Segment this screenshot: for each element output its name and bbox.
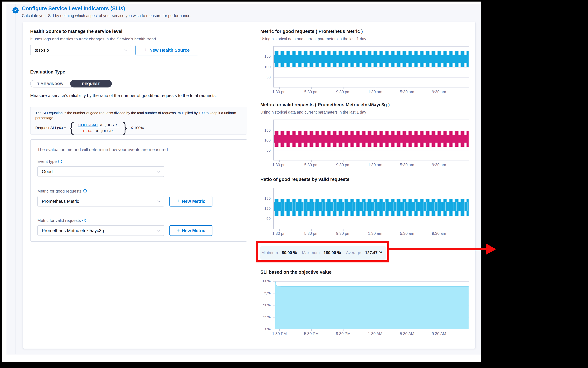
event-type-label: Event type i	[37, 159, 62, 164]
x-tick-label: 9:30 AM	[423, 331, 455, 336]
y-tick-label: 50%	[259, 303, 271, 307]
chart-sli-x-axis: 1:30 PM5:30 PM9:30 PM1:30 AM5:30 AM9:30 …	[263, 331, 455, 336]
sli-equation-formula: Request SLI (%) = { GOOD/BAD REQUESTS TO…	[35, 121, 242, 135]
chart-ratio-title: Ratio of good requests by valid requests	[260, 177, 349, 182]
x-tick-label: 1:30 am	[359, 90, 391, 94]
formula-prefix: Request SLI (%) =	[35, 126, 66, 130]
brace-left: {	[69, 121, 75, 135]
metric-good-select[interactable]: Prometheus Metric	[37, 196, 164, 206]
page-subtitle: Calculate your SLI by defining which asp…	[22, 13, 191, 18]
chart-valid-plot	[273, 120, 469, 160]
app-page: ✓ Configure Service Level Indicators (SL…	[2, 1, 481, 362]
x-tick-label: 5:30 pm	[295, 231, 327, 236]
info-icon[interactable]: i	[82, 219, 86, 222]
average-value: 127.47 %	[365, 250, 382, 255]
event-type-select-value: Good	[42, 169, 53, 174]
y-tick-label: 50	[260, 75, 271, 80]
toggle-option-request[interactable]: REQUEST	[70, 80, 112, 87]
x-tick-label: 5:30 am	[391, 231, 423, 236]
health-source-select[interactable]: test-slo	[30, 45, 131, 55]
x-tick-label: 5:30 pm	[295, 163, 327, 167]
x-tick-label: 9:30 pm	[327, 163, 359, 167]
x-tick-label: 5:30 am	[391, 90, 423, 94]
y-tick-label: 150	[260, 128, 271, 133]
x-tick-label: 1:30 pm	[263, 90, 295, 94]
x-tick-label: 5:30 am	[391, 163, 423, 167]
page-title: Configure Service Level Indicators (SLIs…	[22, 5, 125, 12]
annotation-arrow-line	[389, 248, 486, 250]
new-health-source-button[interactable]: + New Health Source	[135, 45, 198, 55]
chart-sli-plot	[273, 281, 469, 329]
x-tick-label: 9:30 PM	[327, 331, 359, 336]
column-divider	[250, 26, 250, 347]
evaluation-type-heading: Evaluation Type	[30, 69, 65, 75]
y-tick-label: 50	[260, 148, 271, 153]
x-tick-label: 1:30 AM	[359, 331, 391, 336]
numerator-rest: REQUESTS	[98, 123, 118, 127]
x-tick-label: 5:30 PM	[295, 331, 327, 336]
x-tick-label: 9:30 pm	[327, 231, 359, 236]
info-icon[interactable]: i	[58, 160, 62, 163]
y-tick-label: 120	[260, 206, 271, 211]
step-complete-check-icon: ✓	[12, 7, 19, 14]
y-tick-label: 180	[260, 196, 271, 201]
chart-valid-title: Metric for valid requests ( Prometheus M…	[260, 102, 390, 107]
evaluation-method-note: The evaluation method will determine how…	[37, 147, 168, 152]
health-source-subheading: It uses logs and metrics to track change…	[30, 37, 156, 41]
formula-suffix: X 100%	[131, 126, 144, 130]
chart-ratio-band	[274, 199, 468, 216]
minimum-label: Minimum:	[261, 250, 279, 255]
numerator-highlight: GOOD/BAD	[78, 123, 98, 127]
screen: { "icons": { "check": "✓", "info": "i", …	[0, 0, 588, 368]
plus-icon: +	[177, 198, 180, 204]
metric-valid-select[interactable]: Prometheus Metric efnkl5ayc3g	[37, 225, 164, 236]
y-tick-label: 0%	[259, 327, 271, 331]
x-tick-label: 9:30 pm	[327, 90, 359, 94]
x-tick-label: 9:30 am	[423, 163, 455, 167]
plus-icon: +	[144, 47, 148, 53]
metric-valid-label-text: Metric for valid requests	[37, 218, 81, 223]
event-type-select[interactable]: Good	[37, 166, 164, 177]
metric-good-label-text: Metric for good requests	[37, 189, 82, 193]
formula-numerator: GOOD/BAD REQUESTS	[77, 123, 120, 128]
chart-good-x-axis: 1:30 pm5:30 pm9:30 pm1:30 am5:30 am9:30 …	[263, 90, 455, 94]
x-tick-label: 9:30 am	[423, 90, 455, 94]
sli-config-card: Health Source to manage the service leve…	[23, 22, 476, 349]
x-tick-label: 1:30 PM	[263, 331, 295, 336]
chart-ratio-plot	[273, 188, 469, 229]
chart-good-title: Metric for good requests ( Prometheus Me…	[260, 29, 363, 34]
chevron-down-icon	[124, 48, 127, 51]
new-metric-good-button[interactable]: + New Metric	[169, 196, 213, 206]
chart-good-plot	[273, 46, 469, 87]
chart-ratio-x-axis: 1:30 pm5:30 pm9:30 pm1:30 am5:30 am9:30 …	[263, 231, 455, 236]
x-tick-label: 1:30 am	[359, 163, 391, 167]
chevron-down-icon	[157, 169, 160, 173]
ratio-stats-pill: Minimum: 80.00 % Maximum: 180.00 % Avera…	[260, 246, 386, 259]
new-metric-valid-button[interactable]: + New Metric	[169, 225, 213, 236]
toggle-option-time-window[interactable]: TIME WINDOW	[30, 80, 70, 87]
formula-denominator: TOTAL REQUESTS	[82, 128, 114, 133]
info-icon[interactable]: i	[83, 189, 87, 193]
formula-fraction: GOOD/BAD REQUESTS TOTAL REQUESTS	[77, 123, 120, 133]
health-source-heading: Health Source to manage the service leve…	[30, 29, 122, 34]
maximum-value: 180.00 %	[324, 250, 341, 255]
chart-sli-area	[273, 281, 469, 329]
metric-good-label: Metric for good requests i	[37, 189, 87, 193]
x-tick-label: 1:30 pm	[263, 231, 295, 236]
brace-right: }	[122, 121, 128, 135]
y-tick-label: 100	[260, 65, 271, 69]
denominator-rest: REQUESTS	[93, 129, 114, 133]
annotation-arrow-head-icon	[486, 243, 496, 255]
chevron-down-icon	[157, 199, 160, 202]
x-tick-label: 5:30 AM	[391, 331, 423, 336]
y-tick-label: 150	[260, 54, 271, 59]
chevron-down-icon	[157, 229, 160, 231]
chart-valid-subtitle: Using historical data and current parame…	[260, 110, 366, 115]
evaluation-description: Measure a service’s reliability by the r…	[30, 92, 242, 98]
metric-good-select-value: Prometheus Metric	[42, 199, 79, 204]
new-health-source-button-label: New Health Source	[149, 47, 190, 53]
chart-sli-title: SLI based on the objective value	[260, 270, 332, 275]
health-source-select-value: test-slo	[35, 47, 49, 53]
chart-valid-band	[274, 131, 468, 147]
x-tick-label: 9:30 am	[423, 231, 455, 236]
